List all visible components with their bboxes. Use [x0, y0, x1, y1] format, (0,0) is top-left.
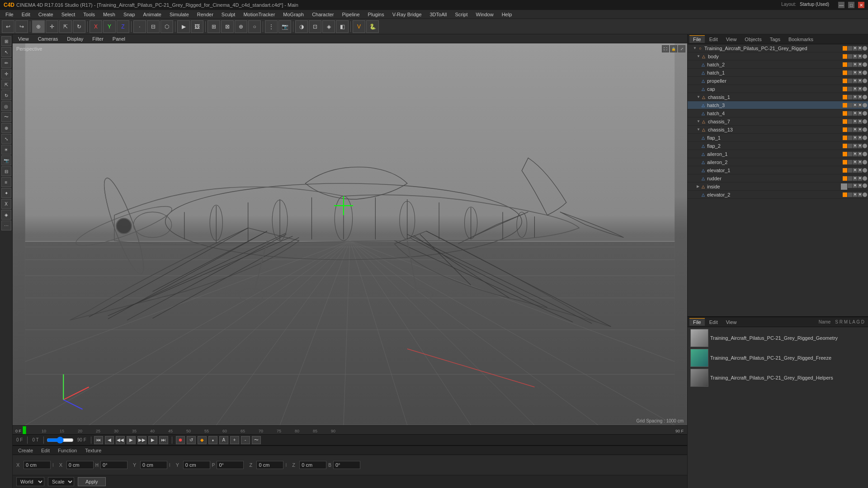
elevator2-ctrl3[interactable]: ✕ — [858, 192, 862, 197]
menu-snap[interactable]: Snap — [120, 11, 139, 18]
obj-hatch1[interactable]: △ hatch_1 ✕ ✕ — [688, 69, 868, 77]
menu-vraybridge[interactable]: V-Ray Bridge — [389, 11, 425, 18]
hatch4-dot[interactable] — [863, 111, 867, 116]
shading-wire[interactable]: ⊡ — [309, 20, 321, 33]
tool-camera2[interactable]: 📷 — [1, 155, 11, 165]
tool-deform[interactable]: ⤡ — [1, 134, 11, 144]
inside-arrow[interactable]: ▶ — [697, 184, 699, 188]
tool-select[interactable]: ↖ — [1, 47, 11, 57]
rudder-ctrl2[interactable]: ✕ — [853, 176, 857, 181]
del-key-button[interactable]: - — [241, 436, 250, 444]
obj-chassis1[interactable]: ▼ △ chassis_1 ✕ ✕ — [688, 93, 868, 101]
undo-button[interactable]: ↩ — [2, 20, 14, 33]
obj-flap2[interactable]: △ flap_2 ✕ ✕ — [688, 142, 868, 150]
flap2-ctrl3[interactable]: ✕ — [858, 144, 862, 148]
edges-mode[interactable]: ⊟ — [147, 20, 160, 33]
ch13-ctrl2[interactable]: ✕ — [853, 127, 857, 132]
go-end-button[interactable]: ⏭ — [159, 436, 168, 444]
menu-help[interactable]: Help — [498, 11, 516, 18]
obj-hatch4[interactable]: △ hatch_4 ✕ ✕ — [688, 109, 868, 117]
render-btn[interactable]: ▶ — [177, 20, 190, 33]
flap2-vis[interactable] — [843, 144, 847, 148]
ch13-dot[interactable] — [863, 127, 867, 132]
tool-nurbs[interactable]: ◎ — [1, 101, 11, 111]
anim-tab-function[interactable]: Function — [54, 447, 80, 454]
auto-key-button[interactable]: A — [219, 436, 228, 444]
hatch3-ctrl1[interactable] — [848, 103, 852, 108]
tool-paint[interactable]: ✏ — [1, 58, 11, 68]
tool-light[interactable]: ☀ — [1, 145, 11, 155]
flap1-dot[interactable] — [863, 136, 867, 140]
shading-iso[interactable]: ◈ — [322, 20, 335, 33]
obj-hatch3[interactable]: △ hatch_3 ✕ ✕ — [688, 101, 868, 109]
inside-ctrl1[interactable] — [848, 183, 852, 188]
om-tab-view[interactable]: View — [722, 36, 741, 43]
hatch4-vis[interactable] — [843, 111, 847, 116]
obj-body[interactable]: ▼ △ body ✕ ✕ — [688, 52, 868, 61]
root-ctrl2[interactable]: ✕ — [853, 46, 857, 51]
elevator1-vis[interactable] — [843, 168, 847, 173]
bank-input[interactable] — [333, 461, 360, 469]
hatch4-ctrl1[interactable] — [848, 111, 852, 116]
aileron1-ctrl1[interactable] — [848, 152, 852, 156]
elevator1-ctrl2[interactable]: ✕ — [853, 168, 857, 173]
object-tool[interactable]: ⊞ — [208, 20, 220, 33]
menu-select[interactable]: Select — [58, 11, 79, 18]
cap-ctrl2[interactable]: ✕ — [853, 87, 857, 91]
vp-expand-icon[interactable]: ⛶ — [662, 45, 669, 52]
playhead[interactable] — [23, 426, 26, 434]
tool-more[interactable]: ⋯ — [1, 221, 11, 230]
cap-vis[interactable] — [843, 87, 847, 91]
minimize-button[interactable]: — — [838, 2, 844, 8]
obj-inside[interactable]: ▶ △ inside ✕ ✕ — [688, 183, 868, 191]
elevator2-ctrl1[interactable] — [848, 192, 852, 197]
obj-elevator2[interactable]: △ elevator_2 ✕ ✕ — [688, 191, 868, 199]
elevator1-ctrl1[interactable] — [848, 168, 852, 173]
root-dot[interactable] — [863, 46, 867, 51]
timeline-ruler[interactable]: 0 F 5 10 15 20 25 30 35 40 45 50 55 60 6… — [13, 425, 687, 434]
vp-tab-cameras[interactable]: Cameras — [34, 35, 62, 42]
menu-edit[interactable]: Edit — [18, 11, 34, 18]
elevator2-vis[interactable] — [843, 192, 847, 197]
mat-tab-file[interactable]: File — [689, 318, 705, 326]
play-rev-button[interactable]: ◀◀ — [116, 436, 125, 444]
pos-y-input[interactable] — [140, 461, 167, 469]
ch7-arrow[interactable]: ▼ — [697, 119, 700, 123]
maximize-button[interactable]: □ — [848, 2, 854, 8]
vp-lock-icon[interactable]: 🔒 — [670, 45, 677, 52]
ch7-vis[interactable] — [843, 119, 847, 124]
redo-button[interactable]: ↪ — [15, 20, 28, 33]
tool-object[interactable]: ⊞ — [1, 36, 11, 46]
mat-item-geometry[interactable]: Training_Aircraft_Pilatus_PC-21_Grey_Rig… — [689, 328, 867, 348]
tool-rotate2[interactable]: ↻ — [1, 90, 11, 100]
tool-particle[interactable]: ✦ — [1, 188, 11, 198]
flap2-ctrl2[interactable]: ✕ — [853, 144, 857, 148]
pitch-input[interactable] — [217, 461, 244, 469]
anim-tab-texture[interactable]: Texture — [81, 447, 105, 454]
hatch3-ctrl3[interactable]: ✕ — [858, 103, 862, 108]
ch13-ctrl3[interactable]: ✕ — [858, 127, 862, 132]
play-button[interactable]: ▶ — [127, 436, 136, 444]
points-mode[interactable]: · — [133, 20, 146, 33]
python-btn[interactable]: 🐍 — [366, 20, 379, 33]
move-button[interactable]: ✛ — [46, 20, 58, 33]
obj-root[interactable]: ▼ ○ Training_Aircraft_Pilatus_PC-21_Grey… — [688, 44, 868, 52]
ch1-ctrl3[interactable]: ✕ — [858, 95, 862, 99]
flap2-ctrl1[interactable] — [848, 144, 852, 148]
world-select[interactable]: World Object — [16, 477, 44, 486]
hatch4-ctrl3[interactable]: ✕ — [858, 111, 862, 116]
ch13-vis[interactable] — [843, 127, 847, 132]
hatch1-ctrl3[interactable]: ✕ — [858, 70, 862, 75]
tool-object2[interactable]: ⊟ — [1, 166, 11, 176]
ch7-ctrl2[interactable]: ✕ — [853, 119, 857, 124]
flap1-ctrl1[interactable] — [848, 136, 852, 140]
aileron1-ctrl3[interactable]: ✕ — [858, 152, 862, 156]
tool-spline[interactable]: 〜 — [1, 112, 11, 122]
mat-tab-view[interactable]: View — [722, 319, 741, 326]
aileron1-dot[interactable] — [863, 152, 867, 156]
menu-sculpt[interactable]: Sculpt — [218, 11, 239, 18]
flap1-ctrl2[interactable]: ✕ — [853, 136, 857, 140]
size-z-input[interactable] — [299, 461, 326, 469]
add-key-button[interactable]: + — [230, 436, 239, 444]
ch1-arrow[interactable]: ▼ — [697, 95, 700, 99]
